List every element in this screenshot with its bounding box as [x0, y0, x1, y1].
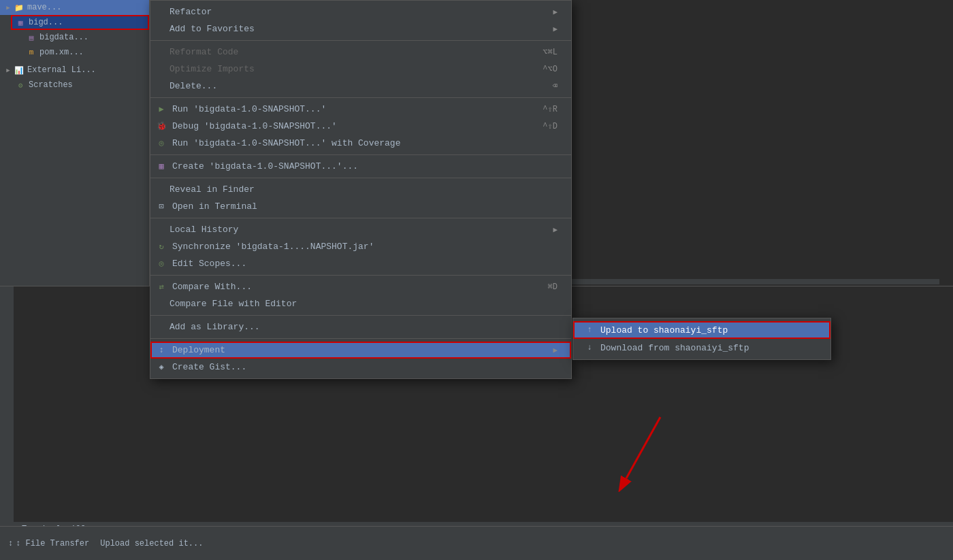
tree-item-bigdata[interactable]: ▦ bigd... [11, 15, 149, 30]
tree-arrow-maven: ▶ [4, 3, 12, 12]
file-transfer-button[interactable]: ↕ ↕ File Transfer [8, 539, 89, 548]
compare-file-label: Compare File with Editor [169, 299, 297, 309]
download-label: Download from shaonaiyi_sftp [600, 343, 749, 353]
reformat-label: Reformat Code [169, 47, 238, 57]
tree-item-maven[interactable]: ▶ 📁 mave... [0, 0, 149, 15]
lib-icon: 📊 [14, 65, 25, 76]
compare-icon: ⇄ [156, 282, 167, 293]
deployment-arrow: ▶ [553, 346, 558, 355]
menu-item-run[interactable]: ▶ Run 'bigdata-1.0-SNAPSHOT...' ^⇧R [150, 101, 571, 118]
coverage-icon: ◎ [156, 138, 167, 149]
submenu-item-upload[interactable]: ↑ Upload to shaonaiyi_sftp [573, 321, 830, 339]
divider-1 [150, 40, 571, 41]
upload-label: Upload to shaonaiyi_sftp [600, 325, 728, 335]
file-icon: ▤ [26, 32, 37, 43]
tree-item-external-lib[interactable]: ▶ 📊 External Li... [0, 63, 149, 78]
refactor-arrow: ▶ [553, 7, 558, 16]
delete-shortcut: ⌫ [553, 81, 558, 91]
tree-label-ext-lib: External Li... [27, 65, 96, 75]
open-terminal-label: Open in Terminal [172, 201, 257, 212]
tree-arrow-ext: ▶ [4, 66, 12, 74]
transfer-icon: ↕ [8, 539, 13, 548]
menu-item-reveal[interactable]: Reveal in Finder [150, 181, 571, 198]
tree-item-scratches[interactable]: ⚙ Scratches [11, 78, 149, 93]
optimize-shortcut: ^⌥O [543, 64, 558, 74]
create-label: Create 'bigdata-1.0-SNAPSHOT...'... [172, 161, 358, 171]
divider-7 [150, 315, 571, 316]
create-icon: ▦ [156, 161, 167, 172]
reveal-label: Reveal in Finder [169, 184, 255, 195]
synchronize-label: Synchronize 'bigdata-1....NAPSHOT.jar' [172, 242, 374, 252]
menu-item-local-history[interactable]: Local History ▶ [150, 221, 571, 238]
menu-item-deployment[interactable]: ↕ Deployment ▶ ↑ Upload to shaonaiyi_sft… [150, 342, 571, 359]
tree-item-pom[interactable]: m pom.xm... [22, 45, 149, 60]
local-history-label: Local History [169, 225, 238, 235]
tree-item-bigdata-file[interactable]: ▤ bigdata... [22, 30, 149, 45]
scopes-icon: ◎ [156, 259, 167, 269]
menu-item-create-gist[interactable]: ◈ Create Gist... [150, 359, 571, 376]
menu-item-compare-with[interactable]: ⇄ Compare With... ⌘D [150, 278, 571, 295]
tree-label-scratches: Scratches [29, 80, 73, 90]
xml-icon: m [26, 47, 37, 58]
divider-8 [150, 338, 571, 339]
menu-item-open-terminal[interactable]: ⊡ Open in Terminal [150, 198, 571, 215]
local-history-arrow: ▶ [553, 225, 558, 234]
menu-item-synchronize[interactable]: ↻ Synchronize 'bigdata-1....NAPSHOT.jar' [150, 238, 571, 255]
context-menu: Refactor ▶ Add to Favorites ▶ Reformat C… [150, 0, 572, 379]
create-gist-label: Create Gist... [172, 362, 246, 372]
sync-icon: ↻ [156, 242, 167, 252]
submenu-item-download[interactable]: ↓ Download from shaonaiyi_sftp [573, 339, 830, 357]
optimize-label: Optimize Imports [169, 64, 255, 74]
debug-icon: 🐞 [156, 121, 167, 132]
run-shortcut: ^⇧R [543, 104, 558, 114]
file-transfer-label: ↕ File Transfer [16, 539, 89, 548]
run-icon: ▶ [156, 104, 167, 115]
compare-shortcut: ⌘D [548, 282, 558, 292]
divider-4 [150, 178, 571, 178]
deployment-submenu: ↑ Upload to shaonaiyi_sftp ↓ Download fr… [572, 318, 831, 360]
divider-3 [150, 154, 571, 155]
tree-label-bigdata: bigd... [29, 18, 63, 27]
reformat-shortcut: ⌥⌘L [543, 47, 558, 57]
upload-icon: ↑ [584, 325, 595, 335]
menu-item-debug[interactable]: 🐞 Debug 'bigdata-1.0-SNAPSHOT...' ^⇧D [150, 118, 571, 135]
compare-with-label: Compare With... [172, 282, 252, 292]
terminal-icon: ⊡ [156, 201, 167, 212]
coverage-label: Run 'bigdata-1.0-SNAPSHOT...' with Cover… [172, 138, 400, 148]
add-favorites-arrow: ▶ [553, 24, 558, 33]
scratch-icon: ⚙ [15, 80, 26, 90]
gist-icon: ◈ [156, 362, 167, 373]
debug-shortcut: ^⇧D [543, 121, 558, 131]
add-library-label: Add as Library... [169, 322, 260, 332]
menu-item-create[interactable]: ▦ Create 'bigdata-1.0-SNAPSHOT...'... [150, 158, 571, 175]
tree-label-maven: mave... [27, 3, 61, 12]
debug-label: Debug 'bigdata-1.0-SNAPSHOT...' [172, 121, 337, 131]
delete-label: Delete... [169, 81, 217, 91]
edit-scopes-label: Edit Scopes... [172, 259, 246, 269]
folder-icon: 📁 [14, 2, 25, 13]
tree-label-pom: pom.xm... [39, 48, 84, 57]
deployment-label: Deployment [172, 345, 225, 355]
divider-5 [150, 218, 571, 218]
add-favorites-label: Add to Favorites [169, 24, 255, 34]
status-bar: ↕ ↕ File Transfer Upload selected it... [0, 526, 953, 560]
menu-item-add-favorites[interactable]: Add to Favorites ▶ [150, 20, 571, 37]
upload-status: Upload selected it... [100, 539, 203, 548]
tree-label-bigdata-file: bigdata... [39, 33, 88, 42]
menu-item-coverage[interactable]: ◎ Run 'bigdata-1.0-SNAPSHOT...' with Cov… [150, 135, 571, 152]
download-icon: ↓ [584, 342, 595, 353]
menu-item-refactor[interactable]: Refactor ▶ [150, 3, 571, 20]
menu-item-delete[interactable]: Delete... ⌫ [150, 78, 571, 95]
jar-icon: ▦ [15, 17, 26, 28]
divider-2 [150, 97, 571, 98]
menu-item-optimize: Optimize Imports ^⌥O [150, 61, 571, 78]
menu-item-add-library[interactable]: Add as Library... [150, 318, 571, 335]
menu-item-compare-file[interactable]: Compare File with Editor [150, 295, 571, 312]
run-label: Run 'bigdata-1.0-SNAPSHOT...' [172, 104, 326, 114]
menu-item-reformat: Reformat Code ⌥⌘L [150, 44, 571, 61]
menu-item-edit-scopes[interactable]: ◎ Edit Scopes... [150, 255, 571, 272]
deployment-icon: ↕ [156, 345, 167, 356]
divider-6 [150, 275, 571, 276]
refactor-label: Refactor [169, 7, 212, 17]
left-vertical-tabs[interactable]: Z: Structure 2: Favorites [0, 286, 14, 560]
